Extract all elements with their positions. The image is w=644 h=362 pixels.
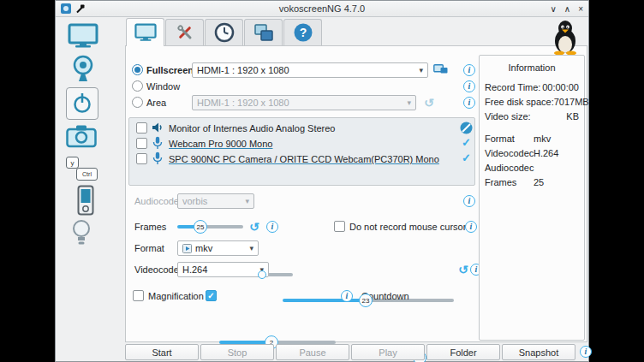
tab-tools[interactable] [165,19,204,45]
info-icon[interactable]: i [266,221,278,233]
sidebar-screen-icon [64,22,102,50]
audio-device-label: SPC 900NC PC Camera / ORITE CCD Webcam(P… [169,153,439,165]
undo-icon[interactable]: ↺ [458,263,468,276]
mouse-cursor-checkbox[interactable] [334,221,345,232]
mouse-cursor-label: Do not record mouse cursor [349,221,466,233]
record-time-value: 00:00:00 [542,81,579,93]
audiocodec-label: Audiocodec [134,195,184,207]
area-radio[interactable] [132,97,143,108]
check-icon: ✓ [462,152,471,164]
help-icon: ? [293,22,313,43]
check-icon: ✓ [462,137,471,149]
videocodec-quality-slider[interactable]: 23 [283,293,454,308]
mini-slider-handle[interactable] [258,270,266,279]
fullscreen-display-select[interactable]: HDMI-1 : 1920 x 1080 ▾ [192,62,428,78]
microphone-icon [152,151,163,165]
format-label: Format [134,242,164,254]
magnification-label: Magnification [148,290,204,302]
info-icon[interactable]: i [465,221,477,233]
svg-text:?: ? [299,26,307,39]
sidebar-power-icon [66,87,98,120]
tools-icon [175,22,195,43]
record-time-row: Record Time: 00:00:00 [485,81,579,93]
sidebar-lightbulb-icon [70,218,92,247]
window-title: vokoscreenNG 4.7.0 [56,3,588,14]
audio-device-label: Webcam Pro 9000 Mono [169,138,272,150]
speaker-icon [152,122,164,134]
disk-space-value: 7017 [554,96,575,108]
video-size-unit: KB [560,110,579,122]
pause-button: Pause [276,344,349,360]
frames-slider[interactable]: 25 [177,219,243,234]
videocodec-select[interactable]: H.264 ▾ [177,262,269,277]
screen-tab-panel: Fullscreen HDMI-1 : 1920 x 1080 ▾ i Wind… [125,45,587,342]
sidebar-media-player-icon [76,184,95,217]
audiocodec-select: vorbis ▾ [177,193,254,209]
snapshot-button[interactable]: Snapshot [502,344,575,360]
tab-help[interactable]: ? [283,19,322,45]
info-icon[interactable]: i [463,195,475,207]
format-info-value: mkv [534,133,551,145]
frames-info-value: 25 [534,176,544,188]
bottom-toolbar: Start Stop Pause Play Folder Snapshot [125,344,575,360]
videocodec-info-value: H.264 [534,147,558,159]
undo-icon[interactable]: ↺ [249,220,259,234]
video-file-icon [182,244,192,253]
audiocodec-info-row: Audiocodec [485,162,579,174]
information-panel: Information Record Time: 00:00:00 Free d… [479,55,585,341]
sidebar-shortcut-keys-icon: y Ctrl [66,157,100,182]
magnification-shape-checkbox[interactable]: ✓ [206,290,217,301]
audio-device-checkbox[interactable] [136,138,147,149]
minimize-button[interactable]: ∨ [551,2,557,16]
tab-windows[interactable] [244,19,283,45]
screen-tab-icon [134,23,157,42]
display-pair-button[interactable] [433,64,448,75]
videocodec-label: Videocodec [134,264,183,276]
audio-device-checkbox[interactable] [136,153,147,164]
start-button[interactable]: Start [125,344,199,360]
info-icon[interactable]: i [463,64,475,76]
sidebar-webcam-icon [69,54,97,85]
audio-device-checkbox[interactable] [136,122,147,134]
tab-timer[interactable] [205,19,243,45]
play-button: Play [351,344,425,360]
format-select[interactable]: mkv ▾ [177,240,259,256]
stop-button: Stop [200,344,274,360]
information-title: Information [480,62,584,74]
app-icon [61,3,71,14]
window-label: Window [146,80,180,92]
chevron-down-icon: ▾ [249,244,253,252]
chevron-down-icon: ▾ [245,197,249,205]
titlebar-tool-icon [75,4,85,14]
info-icon[interactable]: i [463,80,475,92]
frames-label: Frames [134,221,166,233]
clock-icon [214,22,235,43]
close-button[interactable]: × [578,2,583,16]
format-info-row: Format mkv [485,133,579,145]
folder-button[interactable]: Folder [426,344,500,360]
audio-device-list: Monitor of Internes Audio Analog Stereo … [128,117,475,186]
app-window: vokoscreenNG 4.7.0 ∨ ∧ × y Ctrl [55,0,589,362]
videocodec-info-row: Videocodec H.264 [485,147,579,159]
key-y: y [66,157,79,169]
magnification-checkbox[interactable] [133,290,144,301]
area-label: Area [146,97,166,109]
microphone-icon [152,136,163,150]
info-icon[interactable]: i [580,346,592,358]
tab-screen[interactable] [126,18,164,46]
videocodec-slider-handle[interactable]: 23 [359,294,373,307]
titlebar: vokoscreenNG 4.7.0 ∨ ∧ × [56,1,588,17]
disk-space-row: Free disk space: 7017 MB [485,96,579,108]
audio-device-label: Monitor of Internes Audio Analog Stereo [169,122,335,134]
chevron-down-icon: ▾ [419,66,423,74]
fullscreen-radio[interactable] [132,64,143,75]
maximize-button[interactable]: ∧ [564,2,570,16]
muted-icon [460,122,473,134]
windows-icon [253,22,274,43]
info-icon[interactable]: i [463,97,475,109]
window-radio[interactable] [132,80,143,92]
frames-slider-handle[interactable]: 25 [194,220,207,234]
tux-logo [550,19,581,56]
key-ctrl: Ctrl [76,168,98,181]
info-icon[interactable]: i [341,290,353,302]
